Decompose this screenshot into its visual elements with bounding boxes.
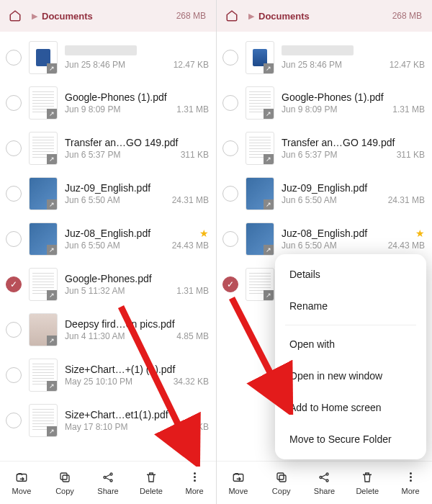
file-date: Jun 5 11:32 AM	[65, 286, 125, 296]
select-circle[interactable]	[6, 367, 22, 383]
check-icon: ✓	[227, 279, 234, 289]
select-circle[interactable]	[6, 413, 22, 428]
file-row[interactable]: ↗ Juz-09_English.pdf Jun 6 5:50 AM 24.31…	[217, 171, 432, 216]
expand-icon: ↗	[47, 154, 57, 164]
file-meta: Google-Phones (1).pdf Jun 9 8:09 PM 1.31…	[65, 91, 209, 114]
file-name: Transfer an…GO 149.pdf	[65, 137, 209, 148]
share-button[interactable]: Share	[86, 462, 130, 504]
select-circle[interactable]	[6, 231, 22, 247]
file-meta: Transfer an…GO 149.pdf Jun 6 5:37 PM 311…	[65, 137, 209, 160]
select-circle[interactable]: ✓	[6, 276, 22, 292]
home-button[interactable]	[224, 8, 240, 24]
menu-divider	[285, 325, 416, 325]
more-button[interactable]: More	[389, 462, 432, 504]
file-row[interactable]: ↗ Deepsy fird…en pics.pdf Jun 4 11:30 AM…	[0, 307, 216, 352]
file-name: Google-Phones (1).pdf	[65, 91, 209, 103]
expand-icon: ↗	[264, 199, 274, 210]
file-date: Jun 6 5:50 AM	[65, 240, 120, 251]
file-size: 1.31 MB	[392, 104, 425, 114]
file-row[interactable]: ✓ ↗ Google-Phones.pdf Jun 5 11:32 AM 1.3…	[0, 261, 216, 307]
left-pane: ▶ Documents 268 MB ↗ Jun 25 8:46 PM 12.4…	[0, 0, 216, 504]
file-date: Jun 25 8:46 PM	[282, 60, 342, 70]
word-doc-icon: ↗	[246, 41, 274, 74]
file-row[interactable]: ↗ Juz-08_English.pdf★ Jun 6 5:50 AM 24.4…	[0, 216, 216, 261]
delete-button[interactable]: Delete	[346, 462, 389, 504]
select-circle[interactable]	[6, 186, 22, 202]
file-row[interactable]: ↗ Size+Chart…+(1) (1).pdf May 25 10:10 P…	[0, 352, 216, 397]
svg-point-9	[320, 476, 322, 478]
select-circle[interactable]	[6, 95, 22, 111]
file-meta: Google-Phones.pdf Jun 5 11:32 AM 1.31 MB	[65, 273, 209, 296]
copy-button[interactable]: Copy	[43, 462, 86, 504]
share-label: Share	[97, 487, 118, 495]
share-label: Share	[314, 487, 335, 495]
delete-label: Delete	[356, 487, 379, 495]
file-thumbnail: ↗	[246, 268, 274, 301]
file-row[interactable]: ↗ Size+Chart…et1(1).pdf May 17 8:10 PM 3…	[0, 397, 216, 443]
expand-icon: ↗	[47, 109, 57, 119]
select-circle[interactable]	[222, 95, 238, 111]
share-button[interactable]: Share	[303, 462, 346, 504]
file-size: 24.31 MB	[388, 195, 425, 205]
file-size: 24.43 MB	[172, 240, 209, 251]
star-icon: ★	[415, 228, 425, 239]
copy-label: Copy	[55, 487, 74, 495]
file-thumbnail: ↗	[29, 359, 58, 392]
file-size: 1.31 MB	[176, 104, 209, 114]
breadcrumb-bar: ▶ Documents 268 MB	[0, 0, 216, 32]
menu-rename[interactable]: Rename	[275, 290, 426, 322]
svg-point-5	[110, 480, 112, 482]
select-circle[interactable]	[222, 140, 238, 156]
file-row[interactable]: ↗ Jun 25 8:46 PM 12.47 KB	[217, 35, 432, 80]
file-row[interactable]: ↗ Jun 25 8:46 PM 12.47 KB	[0, 35, 216, 80]
file-meta: Juz-08_English.pdf★ Jun 6 5:50 AM 24.43 …	[65, 228, 209, 251]
file-row[interactable]: ↗ Google-Phones (1).pdf Jun 9 8:09 PM 1.…	[0, 80, 216, 125]
copy-button[interactable]: Copy	[260, 462, 303, 504]
file-size: 34.32 KB	[174, 377, 209, 387]
delete-button[interactable]: Delete	[130, 462, 173, 504]
expand-icon: ↗	[264, 245, 274, 255]
file-meta: Juz-08_English.pdf★ Jun 6 5:50 AM 24.43 …	[282, 228, 425, 251]
move-button[interactable]: Move	[217, 462, 260, 504]
file-date: May 17 8:10 PM	[65, 422, 127, 432]
select-circle[interactable]	[222, 50, 238, 66]
expand-icon: ↗	[47, 336, 57, 346]
file-date: Jun 25 8:46 PM	[65, 60, 125, 70]
file-row[interactable]: ↗ Transfer an…GO 149.pdf Jun 6 5:37 PM 3…	[217, 125, 432, 171]
file-meta: Jun 25 8:46 PM 12.47 KB	[65, 45, 209, 70]
context-menu: Details Rename Open with Open in new win…	[275, 254, 426, 459]
file-meta: Jun 25 8:46 PM 12.47 KB	[282, 45, 425, 70]
expand-icon: ↗	[264, 109, 274, 119]
expand-icon: ↗	[47, 245, 57, 255]
menu-add-home[interactable]: Add to Home screen	[275, 392, 426, 423]
breadcrumb-documents[interactable]: Documents	[42, 11, 93, 22]
more-button[interactable]: More	[173, 462, 216, 504]
select-circle[interactable]	[222, 186, 238, 202]
file-date: May 25 10:10 PM	[65, 377, 132, 387]
select-circle[interactable]	[6, 140, 22, 156]
file-name: Juz-08_English.pdf	[65, 228, 197, 239]
menu-secure-folder[interactable]: Move to Secure Folder	[275, 423, 426, 455]
file-date: Jun 6 5:37 PM	[65, 150, 120, 160]
file-row[interactable]: ↗ Transfer an…GO 149.pdf Jun 6 5:37 PM 3…	[0, 125, 216, 171]
file-row[interactable]: ↗ Google-Phones (1).pdf Jun 9 8:09 PM 1.…	[217, 80, 432, 125]
filename-redacted	[282, 45, 354, 55]
menu-details[interactable]: Details	[275, 258, 426, 290]
file-name: Size+Chart…et1(1).pdf	[65, 409, 209, 420]
file-date: Jun 6 5:50 AM	[65, 195, 120, 205]
move-button[interactable]: Move	[0, 462, 43, 504]
svg-rect-1	[63, 475, 69, 482]
svg-rect-2	[60, 473, 67, 480]
home-button[interactable]	[7, 8, 23, 24]
more-label: More	[185, 487, 203, 495]
file-name: Transfer an…GO 149.pdf	[282, 137, 425, 148]
file-date: Jun 6 5:50 AM	[282, 240, 337, 251]
menu-open-with[interactable]: Open with	[275, 328, 426, 360]
select-circle[interactable]: ✓	[222, 276, 238, 292]
select-circle[interactable]	[6, 322, 22, 338]
select-circle[interactable]	[222, 231, 238, 247]
breadcrumb-documents[interactable]: Documents	[258, 11, 310, 22]
file-row[interactable]: ↗ Juz-09_English.pdf Jun 6 5:50 AM 24.31…	[0, 171, 216, 216]
select-circle[interactable]	[6, 50, 22, 66]
menu-open-new-window[interactable]: Open in new window	[275, 360, 426, 392]
